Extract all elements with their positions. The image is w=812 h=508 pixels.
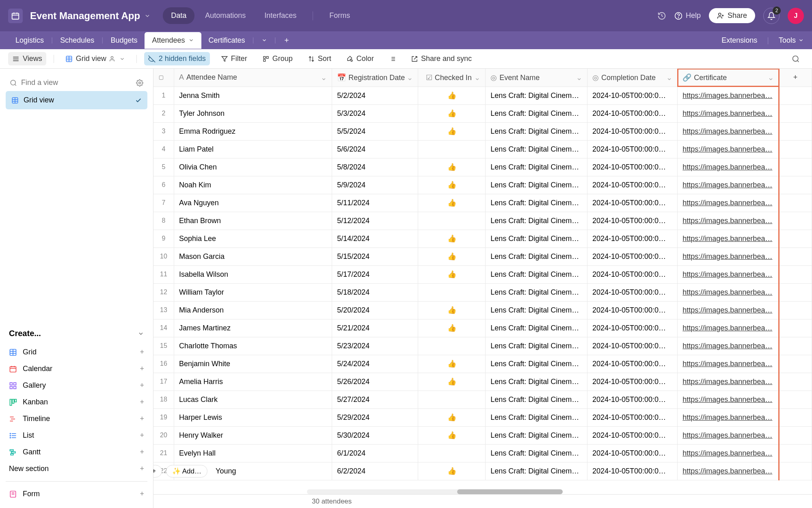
cell-name[interactable]: Noah Kim [174, 176, 332, 194]
cell-registration[interactable]: 5/26/2024 [332, 373, 418, 391]
cell-checked-in[interactable]: 👍 [418, 104, 486, 122]
cell-certificate[interactable]: https://images.bannerbea… [678, 462, 779, 480]
find-view-input[interactable] [21, 78, 132, 87]
cell-certificate[interactable]: https://images.bannerbea… [678, 265, 779, 283]
cell-completion[interactable]: 2024-10-05T00:00:0… [587, 391, 677, 408]
cell-name[interactable]: Charlotte Thomas [174, 337, 332, 355]
cell-name[interactable]: Harper Lewis [174, 408, 332, 426]
cell-name[interactable]: Mia Anderson [174, 301, 332, 319]
table-row[interactable]: 12William Taylor5/18/2024Lens Craft: Dig… [153, 283, 812, 301]
cell-name[interactable]: Liam Patel [174, 140, 332, 158]
cell-name[interactable]: Tyler Johnson [174, 104, 332, 122]
cell-registration[interactable]: 5/14/2024 [332, 230, 418, 247]
top-tab-forms[interactable]: Forms [321, 7, 358, 24]
table-row[interactable]: 17Amelia Harris5/26/2024👍Lens Craft: Dig… [153, 373, 812, 391]
cell-certificate[interactable]: https://images.bannerbea… [678, 140, 779, 158]
row-number[interactable]: 13 [153, 301, 174, 319]
history-icon[interactable] [657, 11, 666, 20]
cell-registration[interactable]: 5/3/2024 [332, 104, 418, 122]
cell-checked-in[interactable]: 👍 [418, 247, 486, 265]
data-grid[interactable]: AAttendee Name⌄ 📅Registration Date⌄ ☑Che… [153, 69, 812, 494]
table-row[interactable]: 21Evelyn Hall6/1/2024Lens Craft: Digital… [153, 444, 812, 462]
table-row[interactable]: 6Noah Kim5/9/2024👍Lens Craft: Digital Ci… [153, 176, 812, 194]
table-row[interactable]: 8Ethan Brown5/12/2024Lens Craft: Digital… [153, 212, 812, 230]
cell-event[interactable]: Lens Craft: Digital Cinem… [486, 319, 587, 337]
create-header[interactable]: Create... [6, 323, 147, 344]
cell-completion[interactable]: 2024-10-05T00:00:0… [587, 373, 677, 391]
cell-certificate[interactable]: https://images.bannerbea… [678, 373, 779, 391]
table-row[interactable]: 5Olivia Chen5/8/2024👍Lens Craft: Digital… [153, 158, 812, 176]
view-item-grid[interactable]: Grid view [6, 91, 147, 109]
cell-checked-in[interactable]: 👍 [418, 408, 486, 426]
cell-registration[interactable]: 5/6/2024 [332, 140, 418, 158]
cell-certificate[interactable]: https://images.bannerbea… [678, 212, 779, 230]
cell-certificate[interactable]: https://images.bannerbea… [678, 444, 779, 462]
create-calendar[interactable]: Calendar+ [6, 360, 147, 377]
column-attendee[interactable]: AAttendee Name⌄ [174, 69, 332, 87]
row-number[interactable]: 2 [153, 104, 174, 122]
cell-registration[interactable]: 5/30/2024 [332, 426, 418, 444]
cell-event[interactable]: Lens Craft: Digital Cinem… [486, 426, 587, 444]
cell-event[interactable]: Lens Craft: Digital Cinem… [486, 355, 587, 373]
cell-checked-in[interactable]: 👍 [418, 265, 486, 283]
cell-registration[interactable]: 5/24/2024 [332, 355, 418, 373]
row-number[interactable]: 10 [153, 247, 174, 265]
cell-certificate[interactable]: https://images.bannerbea… [678, 158, 779, 176]
table-row[interactable]: 10Mason Garcia5/15/2024👍Lens Craft: Digi… [153, 247, 812, 265]
row-number[interactable]: 4 [153, 140, 174, 158]
color-button[interactable]: Color [343, 52, 378, 65]
cell-name[interactable]: Benjamin White [174, 355, 332, 373]
share-button[interactable]: Share [709, 8, 755, 23]
app-icon[interactable] [8, 9, 23, 23]
select-all-header[interactable] [153, 69, 174, 87]
cell-checked-in[interactable] [418, 140, 486, 158]
cell-certificate[interactable]: https://images.bannerbea… [678, 391, 779, 408]
gear-icon[interactable] [136, 79, 143, 87]
cell-name[interactable]: +✨ Add…Young [174, 462, 332, 480]
cell-certificate[interactable]: https://images.bannerbea… [678, 87, 779, 104]
cell-completion[interactable]: 2024-10-05T00:00:0… [587, 301, 677, 319]
create-form[interactable]: Form + [6, 486, 147, 502]
cell-checked-in[interactable] [418, 283, 486, 301]
cell-certificate[interactable]: https://images.bannerbea… [678, 104, 779, 122]
table-row[interactable]: 1Jenna Smith5/2/2024👍Lens Craft: Digital… [153, 87, 812, 104]
table-tab-logistics[interactable]: Logistics [8, 32, 51, 49]
filter-button[interactable]: Filter [217, 52, 251, 65]
cell-completion[interactable]: 2024-10-05T00:00:0… [587, 122, 677, 140]
cell-name[interactable]: Lucas Clark [174, 391, 332, 408]
cell-certificate[interactable]: https://images.bannerbea… [678, 319, 779, 337]
cell-name[interactable]: James Martinez [174, 319, 332, 337]
cell-certificate[interactable]: https://images.bannerbea… [678, 230, 779, 247]
table-row[interactable]: 7Ava Nguyen5/11/2024👍Lens Craft: Digital… [153, 194, 812, 212]
cell-checked-in[interactable]: 👍 [418, 176, 486, 194]
table-row[interactable]: 3Emma Rodriguez5/5/2024👍Lens Craft: Digi… [153, 122, 812, 140]
cell-completion[interactable]: 2024-10-05T00:00:0… [587, 247, 677, 265]
table-row[interactable]: 22+✨ Add…Young6/2/2024👍Lens Craft: Digit… [153, 462, 812, 480]
cell-certificate[interactable]: https://images.bannerbea… [678, 176, 779, 194]
cell-event[interactable]: Lens Craft: Digital Cinem… [486, 265, 587, 283]
app-title[interactable]: Event Management App [30, 10, 140, 22]
table-row[interactable]: 18Lucas Clark5/27/2024Lens Craft: Digita… [153, 391, 812, 408]
cell-event[interactable]: Lens Craft: Digital Cinem… [486, 140, 587, 158]
cell-certificate[interactable]: https://images.bannerbea… [678, 283, 779, 301]
cell-event[interactable]: Lens Craft: Digital Cinem… [486, 462, 587, 480]
table-tab-certificates[interactable]: Certificates [201, 32, 253, 49]
cell-registration[interactable]: 6/2/2024 [332, 462, 418, 480]
avatar[interactable]: J [788, 8, 804, 24]
cell-completion[interactable]: 2024-10-05T00:00:0… [587, 408, 677, 426]
cell-checked-in[interactable]: 👍 [418, 87, 486, 104]
cell-checked-in[interactable]: 👍 [418, 301, 486, 319]
cell-checked-in[interactable]: 👍 [418, 355, 486, 373]
cell-event[interactable]: Lens Craft: Digital Cinem… [486, 230, 587, 247]
cell-certificate[interactable]: https://images.bannerbea… [678, 194, 779, 212]
row-number[interactable]: 3 [153, 122, 174, 140]
cell-checked-in[interactable] [418, 212, 486, 230]
create-gantt[interactable]: Gantt+ [6, 444, 147, 460]
cell-registration[interactable]: 5/17/2024 [332, 265, 418, 283]
cell-completion[interactable]: 2024-10-05T00:00:0… [587, 87, 677, 104]
create-grid[interactable]: Grid+ [6, 344, 147, 360]
cell-completion[interactable]: 2024-10-05T00:00:0… [587, 444, 677, 462]
cell-registration[interactable]: 5/23/2024 [332, 337, 418, 355]
table-row[interactable]: 13Mia Anderson5/20/2024👍Lens Craft: Digi… [153, 301, 812, 319]
row-number[interactable]: 6 [153, 176, 174, 194]
